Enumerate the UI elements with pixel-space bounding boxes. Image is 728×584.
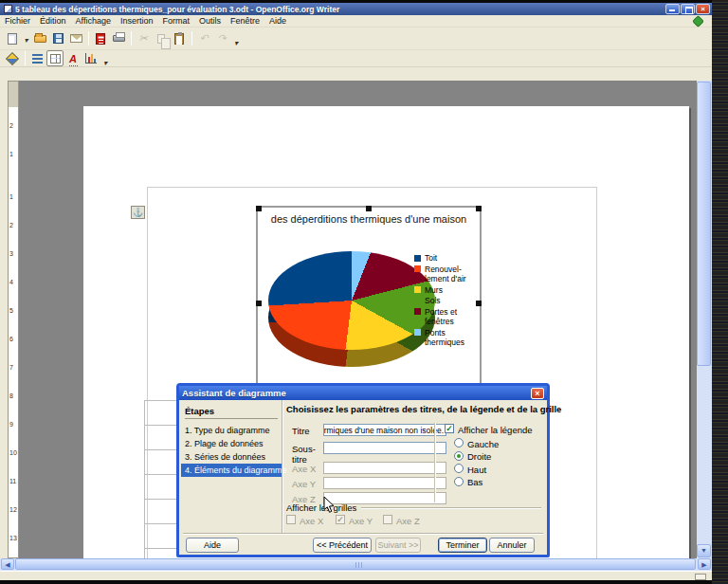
scroll-down-icon[interactable]: ▼ [697,544,711,557]
title-field-value: ons thermiques d'une maison non isolée. [323,426,444,435]
anchor-icon: ⚓ [131,206,145,219]
toolbar-separator [88,31,89,46]
scroll-left-icon[interactable]: ◀ [1,558,14,570]
panel-separator [282,400,282,533]
table-row[interactable] [145,450,176,475]
navigator-icon[interactable] [4,50,21,66]
menu-edition[interactable]: Édition [35,16,71,26]
wizard-step-4[interactable]: 4. Éléments du diagramme [181,464,282,477]
ruler-number: 1 [9,151,13,157]
update-notification-icon[interactable] [692,15,704,27]
redo-icon [213,30,230,46]
restore-button[interactable] [681,4,695,14]
letterbox-bottom [0,580,712,584]
radio-label: Gauche [467,439,499,449]
paste-icon[interactable] [171,30,188,46]
menu-fichier[interactable]: Fichier [0,16,35,26]
minimize-button[interactable] [665,4,680,14]
menu-aide[interactable]: Aide [264,16,291,26]
vertical-scroll-thumb[interactable] [697,82,711,366]
group-separator [434,423,435,502]
autospellcheck-icon[interactable] [64,50,82,66]
chart-canvas: des déperditions thermiques d'une maison… [258,208,480,399]
show-legend-checkbox[interactable]: ✓ [445,424,454,433]
table-row[interactable] [145,401,176,426]
legend-position-radio-droite[interactable] [454,451,464,461]
wizard-step-3[interactable]: 3. Séries de données [181,450,282,464]
vertical-scrollbar[interactable]: ▲ ▼ [697,67,712,558]
menu-fenetre[interactable]: Fenêtre [226,16,264,26]
save-icon[interactable] [49,30,66,46]
table-row[interactable] [145,475,176,500]
table-row[interactable] [145,426,176,450]
video-noise-edge [712,0,728,584]
subtitle-field[interactable] [323,442,446,454]
horizontal-scroll-thumb[interactable] [15,558,696,570]
new-document-icon[interactable] [4,30,21,46]
table-row[interactable] [145,524,176,549]
selection-handle[interactable] [476,301,482,306]
vertical-ruler[interactable]: 2112345678910111213 [8,81,19,558]
grid-checkbox-axe-z [383,515,392,524]
selection-handle[interactable] [366,206,372,211]
chart-wizard-dialog[interactable]: Assistant de diagramme × Étapes 1. Type … [176,383,550,557]
legend-item: Murs [414,285,477,296]
print-icon[interactable] [110,30,127,46]
annuler-button[interactable]: Annuler [489,538,535,553]
copy-icon [153,30,170,46]
menu-affichage[interactable]: Affichage [71,16,116,26]
dialog-close-icon[interactable]: × [531,388,544,399]
dropdown-arrow-icon[interactable] [22,30,30,46]
menubar: FichierÉditionAffichageInsertionFormatOu… [0,15,712,27]
chart-object[interactable]: des déperditions thermiques d'une maison… [256,206,482,401]
selection-handle[interactable] [256,301,262,306]
grid-group-rule [361,507,541,509]
legend-position-radio-bas[interactable] [454,477,464,486]
dialog-title: Assistant de diagramme [182,388,531,398]
undo-icon [195,30,212,46]
status-zoom-box[interactable] [695,574,706,580]
export-pdf-icon[interactable] [92,30,109,46]
radio-label: Bas [467,477,482,487]
close-button[interactable]: × [696,4,710,14]
scroll-right-icon[interactable]: ▶ [698,558,711,570]
menu-format[interactable]: Format [157,16,194,26]
legend-position-radio-haut[interactable] [454,464,464,473]
table-row[interactable] [145,500,176,524]
cut-icon [135,30,152,46]
axis-x-field [323,462,446,474]
ruler-number: 7 [9,364,13,371]
terminer-button[interactable]: Terminer [438,538,487,553]
table-row[interactable] [145,549,176,558]
toolbar-separator [131,31,132,46]
wizard-step-2[interactable]: 2. Plage de données [181,437,282,450]
menu-insertion[interactable]: Insertion [116,16,158,26]
document-table[interactable] [144,400,176,558]
letterbox-top [0,0,712,3]
menu-outils[interactable]: Outils [194,16,226,26]
dialog-titlebar[interactable]: Assistant de diagramme × [179,386,547,400]
toolbar-overflow-icon[interactable] [231,30,241,46]
radio-label: Droite [467,451,491,462]
window-titlebar[interactable]: 5 tableau des déperditions thermiques_po… [0,3,712,15]
legend-position-radio-gauche[interactable] [454,438,464,447]
legend-item: Renouvel-lement d'air [414,265,477,284]
aide-button[interactable]: Aide [186,538,239,553]
ruler-page-area [9,107,18,558]
toolbar-overflow-icon[interactable] [100,50,110,66]
chart-icon[interactable] [82,50,100,66]
window-title: 5 tableau des déperditions thermiques_po… [15,5,664,14]
open-icon[interactable] [31,30,48,46]
selection-handle[interactable] [476,206,482,211]
email-icon[interactable] [67,30,84,46]
selection-handle[interactable] [256,206,262,211]
grid-icon[interactable] [46,50,64,66]
chart-legend: ToitRenouvel-lement d'airMursSolsPortes … [414,253,477,349]
list-icon[interactable] [28,50,46,66]
grid-checkbox-axe-y: ✓ [336,515,345,524]
wizard-step-1[interactable]: 1. Type du diagramme [181,424,282,437]
précédent-button[interactable]: << Précédent [313,538,372,553]
legend-swatch [414,286,421,293]
horizontal-scrollbar[interactable]: ◀ ▶ [0,558,712,571]
title-field[interactable]: ons thermiques d'une maison non isolée. [323,424,446,436]
